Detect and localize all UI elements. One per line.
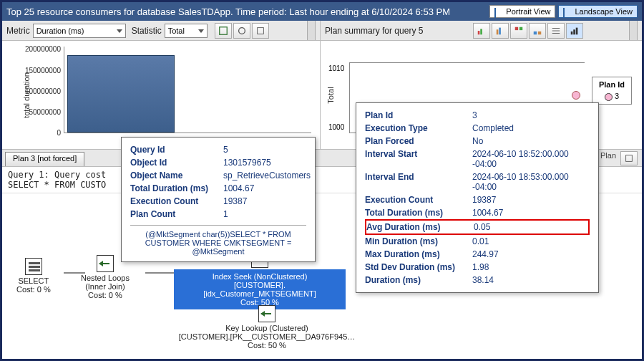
svg-rect-9 <box>534 31 537 34</box>
portrait-view-label: Portrait View <box>506 7 550 16</box>
svg-rect-7 <box>515 27 518 29</box>
plan-more-button[interactable] <box>620 151 638 165</box>
svg-point-1 <box>238 27 245 34</box>
op-key-lookup[interactable]: Key Lookup (Clustered) [CUSTOMER].[PK__C… <box>174 305 360 350</box>
splitter-right[interactable] <box>629 21 638 40</box>
landscape-view-button[interactable]: Landscape View <box>558 5 638 18</box>
plan-summary-label: Plan summary for query 5 <box>325 26 423 36</box>
right-chart-ylabel: Total <box>326 87 335 103</box>
svg-rect-17 <box>29 262 40 264</box>
metric-label: Metric <box>6 26 30 36</box>
plan-legend: Plan Id 3 <box>592 77 632 105</box>
track-query-button[interactable] <box>252 23 269 39</box>
toolbar: Metric Duration (ms) Statistic Total Pla… <box>2 21 642 41</box>
svg-rect-13 <box>576 27 578 34</box>
plan-point[interactable] <box>572 91 580 100</box>
auto-refresh-button[interactable] <box>233 23 250 39</box>
svg-rect-11 <box>571 31 573 34</box>
left-chart[interactable]: total duration 200000000 150000000 10000… <box>2 41 321 149</box>
chart-button-4[interactable] <box>529 23 546 39</box>
landscape-view-label: Landscape View <box>575 7 633 16</box>
chart-button-2[interactable] <box>492 23 509 39</box>
portrait-view-button[interactable]: Portrait View <box>489 5 555 18</box>
svg-rect-5 <box>497 29 499 34</box>
plan-tooltip: Plan Id3Execution TypeCompletedPlan Forc… <box>356 102 599 293</box>
titlebar: Top 25 resource consumers for database S… <box>2 2 642 21</box>
chart-button-1[interactable] <box>473 23 490 39</box>
svg-rect-6 <box>499 27 501 34</box>
statistic-label: Statistic <box>132 26 162 36</box>
page-title: Top 25 resource consumers for database S… <box>6 6 487 17</box>
tooltip-sql: (@MktSegment char(5))SELECT * FROM CUSTO… <box>130 225 306 256</box>
svg-rect-0 <box>219 27 227 34</box>
refresh-button[interactable] <box>215 23 232 39</box>
chart-button-3[interactable] <box>510 23 527 39</box>
query-tooltip: Query Id5Object Id1301579675Object Names… <box>121 137 316 262</box>
grid-button[interactable] <box>547 23 565 39</box>
svg-rect-12 <box>573 29 575 34</box>
svg-rect-8 <box>519 27 522 29</box>
op-select[interactable]: SELECT Cost: 0 % <box>16 258 51 294</box>
svg-rect-3 <box>478 31 480 34</box>
plan-tab[interactable]: Plan 3 [not forced] <box>5 152 84 166</box>
statistic-select[interactable]: Total <box>165 24 208 38</box>
svg-rect-10 <box>538 31 541 34</box>
svg-rect-18 <box>29 266 40 268</box>
svg-rect-16 <box>626 155 633 162</box>
svg-rect-19 <box>29 269 40 271</box>
svg-rect-4 <box>480 29 482 34</box>
svg-rect-2 <box>257 27 263 34</box>
bar-query-4[interactable] <box>67 55 175 133</box>
splitter-left[interactable] <box>307 21 316 40</box>
metric-select[interactable]: Duration (ms) <box>33 24 126 38</box>
chart-view-button[interactable] <box>566 23 583 39</box>
